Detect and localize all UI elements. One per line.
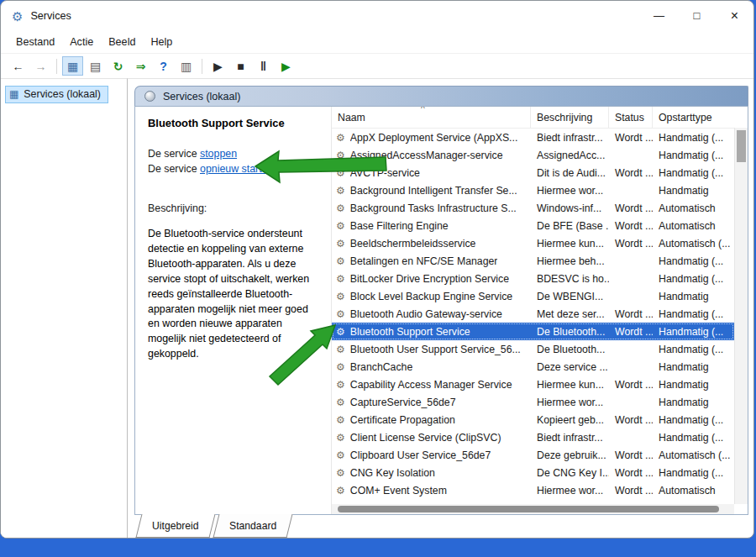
service-row[interactable]: ⚙ Beeldschermbeleidsservice Hiermee kun.… bbox=[332, 234, 734, 252]
tree-item-services-lokaal[interactable]: ▦ Services (lokaal) bbox=[5, 86, 108, 103]
pause-service-icon[interactable]: ‖ bbox=[253, 56, 274, 76]
service-row[interactable]: ⚙ Betalingen en NFC/SE Manager Hiermee b… bbox=[332, 252, 734, 270]
maximize-button[interactable]: □ bbox=[678, 1, 716, 30]
minimize-button[interactable]: — bbox=[640, 1, 678, 30]
service-description-cell: De WBENGI... bbox=[531, 291, 609, 302]
tree-item-label: Services (lokaal) bbox=[24, 88, 101, 100]
service-status-cell: Wordt ... bbox=[609, 238, 653, 250]
start-service-icon[interactable]: ▶ bbox=[207, 56, 228, 76]
service-name-cell: ⚙ Bluetooth User Support Service_56... bbox=[332, 344, 531, 355]
pane-header-icon bbox=[144, 91, 155, 102]
service-startup-cell: Handmatig (... bbox=[653, 132, 734, 144]
service-row[interactable]: ⚙ Bluetooth User Support Service_56... D… bbox=[332, 340, 734, 358]
column-header-status[interactable]: Status bbox=[609, 107, 653, 128]
close-button[interactable]: × bbox=[716, 1, 753, 30]
service-row[interactable]: ⚙ Certificate Propagation Kopieert geb..… bbox=[332, 411, 734, 428]
menu-beeld[interactable]: Beeld bbox=[101, 34, 143, 50]
service-status-cell: Wordt ... bbox=[609, 220, 653, 232]
service-row[interactable]: ⚙ Bluetooth Support Service De Bluetooth… bbox=[332, 323, 734, 340]
service-row[interactable]: ⚙ AssignedAccessManager-service Assigned… bbox=[332, 146, 734, 164]
menu-actie[interactable]: Actie bbox=[62, 34, 101, 50]
tab-standaard[interactable]: Standaard bbox=[213, 514, 292, 538]
service-gear-icon: ⚙ bbox=[336, 380, 345, 390]
services-list-pane: Naam ^ Beschrijving Status Opstarttype ⚙ bbox=[331, 107, 748, 514]
stop-service-link[interactable]: stoppen bbox=[200, 148, 237, 160]
service-row[interactable]: ⚙ CaptureService_56de7 Hiermee wor... Ha… bbox=[332, 393, 734, 411]
service-row[interactable]: ⚙ BranchCache Deze service ... Handmatig bbox=[332, 358, 734, 376]
service-gear-icon: ⚙ bbox=[336, 186, 345, 196]
toolbar-icon[interactable] bbox=[202, 59, 202, 74]
column-header-beschrijving[interactable]: Beschrijving bbox=[531, 107, 609, 128]
service-name: Base Filtering Engine bbox=[350, 220, 449, 232]
service-row[interactable]: ⚙ COM+ Event System Hiermee wor... Wordt… bbox=[332, 481, 734, 499]
service-row[interactable]: ⚙ BitLocker Drive Encryption Service BDE… bbox=[332, 270, 734, 287]
service-row[interactable]: ⚙ Capability Access Manager Service Hier… bbox=[332, 376, 734, 393]
service-startup-cell: Handmatig (... bbox=[653, 308, 734, 320]
service-description-cell: Biedt infrastr... bbox=[531, 132, 609, 144]
service-name-cell: ⚙ Background Intelligent Transfer Se... bbox=[332, 185, 531, 197]
window-controls: — □ × bbox=[640, 1, 753, 31]
tab-uitgebreid[interactable]: Uitgebreid bbox=[136, 514, 216, 538]
console-node-icon: ▦ bbox=[9, 89, 18, 99]
service-row[interactable]: ⚙ AppX Deployment Service (AppXS... Bied… bbox=[332, 129, 734, 146]
export-list-icon[interactable]: ⇒ bbox=[130, 56, 151, 76]
restart-service-icon[interactable]: ▶ bbox=[276, 56, 297, 76]
restart-prefix: De service bbox=[148, 163, 200, 175]
menu-bestand[interactable]: Bestand bbox=[8, 34, 62, 50]
column-header-opstarttype[interactable]: Opstarttype bbox=[653, 107, 734, 128]
service-row[interactable]: ⚙ Background Tasks Infrastructure S... W… bbox=[332, 199, 734, 217]
service-row[interactable]: ⚙ AVCTP-service Dit is de Audi... Wordt … bbox=[332, 164, 734, 181]
service-description-cell: Hiermee kun... bbox=[531, 379, 609, 391]
column-label: Status bbox=[615, 112, 644, 123]
horizontal-scrollbar[interactable] bbox=[332, 504, 734, 514]
service-startup-cell: Handmatig (... bbox=[653, 432, 734, 444]
show-console-tree-icon[interactable]: ▦ bbox=[62, 56, 83, 76]
service-name: Bluetooth Support Service bbox=[350, 326, 470, 338]
main-content: ▦ Services (lokaal) Services (lokaal) Bl… bbox=[1, 78, 753, 538]
view-tab-label: Uitgebreid bbox=[152, 520, 199, 532]
extended-view-icon[interactable]: ▥ bbox=[176, 56, 197, 76]
service-row[interactable]: ⚙ Bluetooth Audio Gateway-service Met de… bbox=[332, 305, 734, 323]
service-startup-cell: Handmatig (... bbox=[653, 167, 734, 179]
horizontal-scrollbar-thumb[interactable] bbox=[338, 506, 719, 512]
column-label: Beschrijving bbox=[537, 112, 592, 123]
service-startup-cell: Handmatig (... bbox=[653, 344, 734, 355]
service-status-cell: Wordt ... bbox=[609, 414, 653, 426]
service-status-cell: Wordt ... bbox=[609, 485, 653, 497]
service-startup-cell: Handmatig (... bbox=[653, 150, 734, 161]
service-row[interactable]: ⚙ Client License Service (ClipSVC) Biedt… bbox=[332, 428, 734, 446]
service-row[interactable]: ⚙ CNG Key Isolation De CNG Key I... Word… bbox=[332, 464, 734, 481]
pane-header: Services (lokaal) bbox=[134, 86, 748, 106]
service-gear-icon: ⚙ bbox=[336, 274, 345, 284]
vertical-scrollbar[interactable] bbox=[734, 128, 748, 504]
back-icon[interactable]: ← bbox=[8, 56, 29, 76]
service-gear-icon: ⚙ bbox=[336, 468, 345, 478]
service-row[interactable]: ⚙ Background Intelligent Transfer Se... … bbox=[332, 181, 734, 199]
refresh-icon[interactable]: ↻ bbox=[108, 56, 129, 76]
service-row[interactable]: ⚙ Clipboard User Service_56de7 Deze gebr… bbox=[332, 446, 734, 464]
service-description-cell: BDESVC is ho... bbox=[531, 273, 609, 285]
help-icon[interactable]: ? bbox=[153, 56, 174, 76]
service-row[interactable]: ⚙ Block Level Backup Engine Service De W… bbox=[332, 287, 734, 305]
service-name-cell: ⚙ CaptureService_56de7 bbox=[332, 397, 531, 408]
properties-icon[interactable]: ▤ bbox=[85, 56, 106, 76]
service-name-cell: ⚙ Bluetooth Audio Gateway-service bbox=[332, 308, 531, 320]
menu-help[interactable]: Help bbox=[143, 34, 180, 50]
forward-icon[interactable]: → bbox=[30, 56, 51, 76]
stop-service-icon[interactable]: ■ bbox=[230, 56, 251, 76]
column-header-naam[interactable]: Naam ^ bbox=[332, 107, 531, 128]
service-name: CNG Key Isolation bbox=[350, 467, 435, 479]
service-name-cell: ⚙ AppX Deployment Service (AppXS... bbox=[332, 132, 531, 144]
services-rows: ⚙ AppX Deployment Service (AppXS... Bied… bbox=[332, 129, 734, 504]
vertical-scrollbar-thumb[interactable] bbox=[737, 130, 746, 162]
service-name-cell: ⚙ Beeldschermbeleidsservice bbox=[332, 238, 531, 250]
service-name-cell: ⚙ BranchCache bbox=[332, 361, 531, 373]
toolbar-icon[interactable] bbox=[56, 59, 57, 74]
restart-service-link[interactable]: opnieuw starten bbox=[200, 163, 273, 175]
service-description-cell: Deze gebruik... bbox=[531, 449, 609, 461]
service-description-cell: Hiermee wor... bbox=[531, 485, 609, 497]
service-gear-icon: ⚙ bbox=[336, 362, 345, 372]
service-name: Betalingen en NFC/SE Manager bbox=[350, 255, 498, 267]
service-startup-cell: Handmatig bbox=[653, 379, 734, 391]
service-row[interactable]: ⚙ Base Filtering Engine De BFE (Base ...… bbox=[332, 217, 734, 234]
